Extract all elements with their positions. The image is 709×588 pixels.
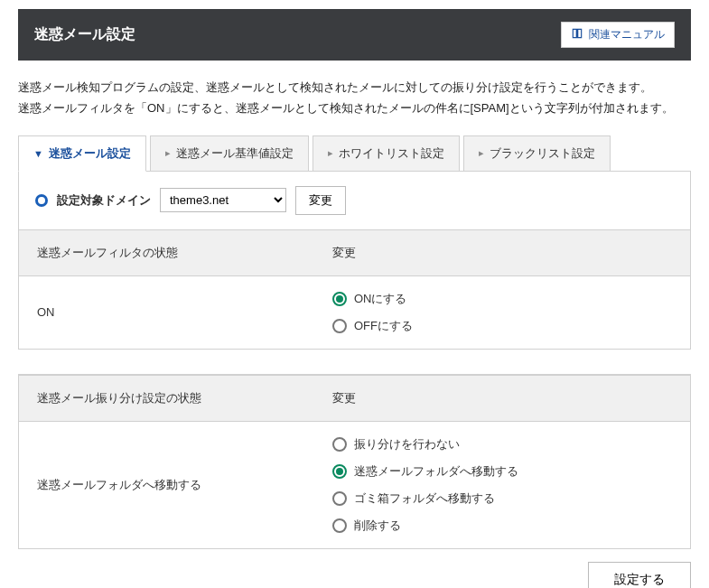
filter-radio-group: ONにする OFFにする — [332, 291, 672, 334]
tab-blacklist-settings[interactable]: ▸ ブラックリスト設定 — [463, 135, 611, 172]
radio-label: OFFにする — [354, 318, 413, 334]
radio-label: ONにする — [354, 291, 407, 307]
radio-label: 削除する — [354, 518, 401, 534]
radio-sort-none[interactable]: 振り分けを行わない — [332, 436, 672, 453]
book-icon — [571, 27, 583, 42]
tab-label: ホワイトリスト設定 — [339, 145, 444, 162]
related-manual-label: 関連マニュアル — [589, 27, 665, 42]
radio-icon — [332, 319, 347, 333]
header-change: 変更 — [314, 229, 690, 275]
settings-tabs: ▼ 迷惑メール設定 ▸ 迷惑メール基準値設定 ▸ ホワイトリスト設定 ▸ ブラッ… — [18, 135, 691, 172]
radio-label: 振り分けを行わない — [354, 436, 460, 453]
radio-icon — [332, 491, 347, 506]
chevron-right-icon: ▸ — [328, 147, 333, 159]
filter-current-state: ON — [19, 275, 314, 349]
radio-icon — [332, 518, 347, 533]
filter-change-cell: ONにする OFFにする — [314, 275, 690, 349]
sort-state-table: 迷惑メール振り分け設定の状態 変更 迷惑メールフォルダへ移動する 振り分けを行わ… — [19, 375, 690, 548]
domain-select[interactable]: theme3.net — [160, 188, 286, 212]
radio-label: ゴミ箱フォルダへ移動する — [354, 490, 495, 507]
radio-label: 迷惑メールフォルダへ移動する — [354, 463, 518, 480]
tab-label: ブラックリスト設定 — [490, 145, 595, 162]
description-line-2: 迷惑メールフィルタを「ON」にすると、迷惑メールとして検知されたメールの件名に[… — [18, 98, 691, 118]
related-manual-button[interactable]: 関連マニュアル — [561, 22, 675, 48]
tab-label: 迷惑メール設定 — [49, 145, 131, 162]
radio-icon — [332, 437, 347, 452]
sort-radio-group: 振り分けを行わない 迷惑メールフォルダへ移動する ゴミ箱フォルダへ移動する 削除… — [332, 436, 672, 534]
radio-sort-spam-folder[interactable]: 迷惑メールフォルダへ移動する — [332, 463, 672, 480]
header-change: 変更 — [314, 375, 690, 421]
description-line-1: 迷惑メール検知プログラムの設定、迷惑メールとして検知されたメールに対しての振り分… — [18, 77, 691, 98]
chevron-right-icon: ▸ — [479, 147, 484, 159]
header-state: 迷惑メールフィルタの状態 — [19, 229, 314, 275]
radio-filter-on[interactable]: ONにする — [332, 291, 672, 307]
radio-filter-off[interactable]: OFFにする — [332, 318, 672, 334]
domain-label: 設定対象ドメイン — [57, 192, 151, 209]
tab-whitelist-settings[interactable]: ▸ ホワイトリスト設定 — [313, 135, 460, 172]
sort-change-cell: 振り分けを行わない 迷惑メールフォルダへ移動する ゴミ箱フォルダへ移動する 削除… — [314, 421, 690, 548]
radio-sort-delete[interactable]: 削除する — [332, 518, 672, 534]
sort-current-state: 迷惑メールフォルダへ移動する — [19, 421, 314, 548]
table-row: ON ONにする OFFにする — [19, 275, 690, 349]
radio-icon — [332, 292, 347, 306]
chevron-down-icon: ▼ — [33, 148, 43, 159]
domain-selector-row: 設定対象ドメイン theme3.net 変更 — [19, 172, 690, 229]
tab-label: 迷惑メール基準値設定 — [176, 145, 294, 162]
description-text: 迷惑メール検知プログラムの設定、迷惑メールとして検知されたメールに対しての振り分… — [18, 77, 691, 119]
table-row: 迷惑メールフォルダへ移動する 振り分けを行わない 迷惑メールフォルダへ移動する … — [19, 421, 690, 548]
domain-change-button[interactable]: 変更 — [295, 186, 346, 215]
footer-actions: 設定する — [18, 562, 691, 588]
table-header-row: 迷惑メール振り分け設定の状態 変更 — [19, 375, 690, 421]
radio-icon — [332, 464, 347, 479]
table-header-row: 迷惑メールフィルタの状態 変更 — [19, 229, 690, 275]
radio-sort-trash-folder[interactable]: ゴミ箱フォルダへ移動する — [332, 490, 672, 507]
domain-panel: 設定対象ドメイン theme3.net 変更 迷惑メールフィルタの状態 変更 O… — [18, 171, 691, 350]
tab-spam-settings[interactable]: ▼ 迷惑メール設定 — [18, 135, 146, 172]
filter-state-table: 迷惑メールフィルタの状態 変更 ON ONにする OFFにする — [19, 229, 690, 349]
submit-button[interactable]: 設定する — [588, 562, 691, 588]
chevron-right-icon: ▸ — [165, 147, 171, 159]
page-title: 迷惑メール設定 — [34, 25, 135, 44]
page-header: 迷惑メール設定 関連マニュアル — [18, 9, 691, 61]
circle-bullet-icon — [35, 194, 48, 207]
tab-threshold-settings[interactable]: ▸ 迷惑メール基準値設定 — [150, 135, 309, 172]
header-state: 迷惑メール振り分け設定の状態 — [19, 375, 314, 421]
sort-panel: 迷惑メール振り分け設定の状態 変更 迷惑メールフォルダへ移動する 振り分けを行わ… — [18, 374, 691, 549]
